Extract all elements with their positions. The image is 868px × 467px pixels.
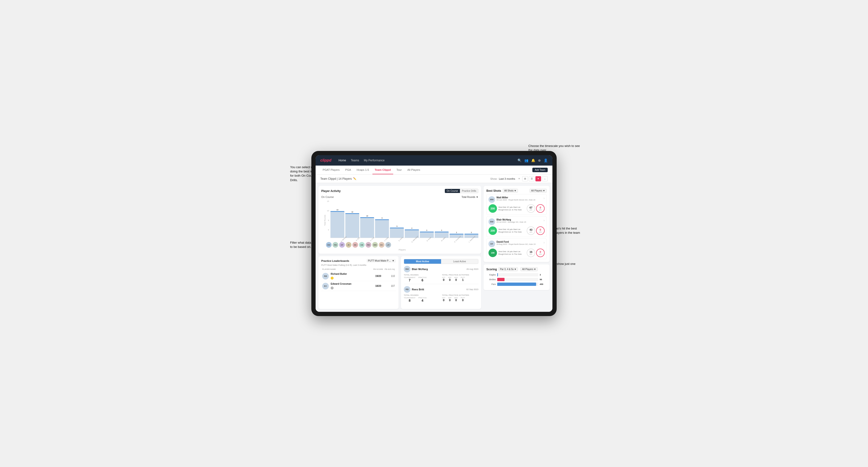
- blair-header: BM Blair McHarg 26 Aug 2023: [404, 266, 478, 272]
- avatar-icon[interactable]: 👤: [544, 158, 548, 162]
- time-filter[interactable]: Last 3 months: [499, 177, 515, 180]
- edit-icon[interactable]: ✏️: [353, 177, 356, 180]
- rees-stats: Total Rounds Tournament 8 Practice: [404, 294, 478, 302]
- chart-filter-dropdown[interactable]: Total Rounds ▼: [462, 196, 478, 198]
- leaderboard-filter-chevron: ▼: [392, 259, 394, 262]
- tab-pgat-players[interactable]: PGAT Players: [320, 165, 342, 174]
- plus-circle-icon[interactable]: ⊕: [538, 158, 541, 162]
- matt-name: Matt Miller: [497, 196, 542, 199]
- blair-rounds-sub: Tournament 7 Practice 6: [404, 277, 440, 282]
- bars-row: 13 12 10 9 5 4: [331, 207, 478, 238]
- players-x-label: Players: [321, 249, 478, 251]
- matt-chevron[interactable]: ›: [544, 196, 545, 200]
- david-details: 24 Aug 2023 · Royal North Devon GC, Hole…: [497, 243, 542, 245]
- bar-value-6: 3: [426, 229, 427, 231]
- bell-icon[interactable]: 🔔: [531, 158, 535, 162]
- scoring-players-filter[interactable]: All Players ▼: [520, 267, 537, 271]
- scoring-row-pars: Pars 499: [486, 283, 547, 286]
- all-players-chevron: ▼: [543, 189, 545, 192]
- view-filter-icon[interactable]: ⟂: [542, 176, 548, 181]
- david-shot-details: 198 Shot Dist: 16 yds Start Lie: Rough E…: [489, 249, 545, 257]
- tab-team-clippd[interactable]: Team Clippd: [372, 165, 393, 174]
- rees-avatar: RB: [404, 286, 410, 293]
- david-distances: 16 yds 0 yds: [527, 249, 545, 257]
- rees-tournament: Tournament 8: [404, 297, 415, 302]
- bar-value-2: 10: [366, 215, 368, 217]
- bar-value-1: 12: [351, 211, 353, 213]
- david-chevron[interactable]: ›: [544, 241, 545, 244]
- tab-tour[interactable]: Tour: [394, 165, 404, 174]
- blair-dist2: 0 yds: [536, 226, 545, 235]
- rees-gtt: GTT 0: [442, 297, 445, 302]
- eagles-value: 3: [540, 274, 547, 276]
- bar-value-4: 5: [397, 225, 398, 227]
- brand-logo: clippd: [320, 158, 331, 162]
- nav-my-performance[interactable]: My Performance: [364, 158, 384, 163]
- rees-activities-sub: GTT 0 APP 0: [442, 297, 478, 302]
- activity-toggle: On Course Practice Drills: [445, 189, 478, 193]
- leaderboard-row-1[interactable]: RB Richard Butler 1 19/20 110: [321, 271, 396, 281]
- blair-practice: Practice 6: [418, 277, 427, 282]
- show-label: Show:: [490, 177, 497, 180]
- tab-most-active[interactable]: Most Active: [404, 259, 441, 264]
- tab-least-active[interactable]: Least Active: [441, 259, 478, 264]
- blair-shot-details-row: 200 Shot Dist: 43 yds Start Lie: Rough E…: [489, 226, 545, 235]
- practice-leaderboard-card: Practice Leaderboards PUTT Must Make Put…: [318, 256, 399, 309]
- pars-bar: [497, 283, 536, 286]
- shots-filter-dropdown[interactable]: All Shots ▼: [503, 189, 518, 193]
- scoring-par-filter[interactable]: Par 3, 4 & 5s ▼: [498, 267, 518, 271]
- bar-value-8: 2: [456, 231, 457, 233]
- practice-drills-toggle[interactable]: Practice Drills: [460, 189, 478, 193]
- eagles-bar: [497, 273, 498, 276]
- on-course-toggle[interactable]: On Course: [445, 189, 460, 193]
- blair-shot-info: Blair McHarg 23 Jul 2023 · Ashridge GC, …: [497, 218, 542, 223]
- leaderboard-title: Practice Leaderboards: [321, 259, 349, 262]
- y-axis: 15 10 5 0: [327, 200, 329, 231]
- player-badge-richard: 1: [331, 277, 334, 280]
- blair-shot-chevron[interactable]: ›: [544, 218, 545, 222]
- x-labels: B. McHargR. BrittD. FordJ. ColesE. Ebert…: [336, 239, 478, 240]
- tab-hcaps[interactable]: Hcaps 1-5: [354, 165, 371, 174]
- scoring-card: Scoring Par 3, 4 & 5s ▼ All Players ▼: [484, 264, 550, 290]
- blair-activities-label: Total Practice Activities: [442, 274, 478, 276]
- leaderboard-columns: PLAYER NAME PB SCORE PB AVG SQ: [321, 268, 396, 270]
- view-list-icon[interactable]: ☰: [529, 176, 534, 181]
- leaderboard-filter-dropdown[interactable]: PUTT Must Make Putting ... ▼: [367, 259, 396, 262]
- player-info-richard: Richard Butler 1: [331, 273, 368, 280]
- bar-value-5: 4: [411, 227, 412, 229]
- best-shots-header: Best Shots All Shots ▼ All Players ▼: [486, 189, 547, 193]
- add-team-button[interactable]: Add Team: [532, 168, 548, 172]
- all-players-filter-dropdown[interactable]: All Players ▼: [530, 189, 547, 193]
- player-activity-card: Player Activity On Course Practice Drill…: [318, 186, 481, 254]
- view-grid-icon[interactable]: ⊞: [522, 176, 528, 181]
- subnav-right: Add Team: [532, 168, 548, 172]
- blair-app: APP 0: [448, 277, 452, 282]
- player-activity-title: Player Activity: [321, 189, 341, 193]
- col-player-name: PLAYER NAME: [322, 268, 371, 270]
- shot-card-matt: MM Matt Miller 09 Jun 2023 · Royal North…: [486, 194, 547, 215]
- blair-practice-activities: Total Practice Activities GTT 0 APP: [442, 274, 478, 282]
- birdies-value: 96: [540, 278, 547, 281]
- y-label-10: 10: [327, 210, 329, 212]
- users-icon[interactable]: 👥: [524, 158, 528, 162]
- scoring-row-birdies: Birdies 96: [486, 278, 547, 281]
- tab-pga[interactable]: PGA: [343, 165, 353, 174]
- blair-shot-details: 23 Jul 2023 · Ashridge GC, Hole 15: [497, 221, 542, 223]
- view-heart-icon[interactable]: ♥: [535, 176, 541, 181]
- bars-container: 13 12 10 9 5 4: [331, 207, 478, 238]
- leaderboard-row-2[interactable]: EC Edward Crossman 2 18/20 107: [321, 281, 396, 291]
- matt-header: MM Matt Miller 09 Jun 2023 · Royal North…: [489, 196, 545, 203]
- birdies-bar: [497, 278, 504, 281]
- blair-shot-avatar: BM: [489, 218, 495, 225]
- nav-home[interactable]: Home: [338, 158, 346, 163]
- nav-teams[interactable]: Teams: [351, 158, 359, 163]
- bar-0: [331, 211, 344, 238]
- tab-all-players[interactable]: All Players: [405, 165, 423, 174]
- scoring-title: Scoring: [486, 268, 497, 271]
- rees-arg: ARG 0: [454, 297, 458, 302]
- lb-score-richard: 19/20: [369, 275, 381, 277]
- birdies-label: Birdies: [486, 278, 496, 281]
- search-icon[interactable]: 🔍: [518, 158, 522, 162]
- team-title: Team Clippd | 14 Players: [320, 177, 352, 181]
- chart-avatar-3: JC: [346, 242, 351, 248]
